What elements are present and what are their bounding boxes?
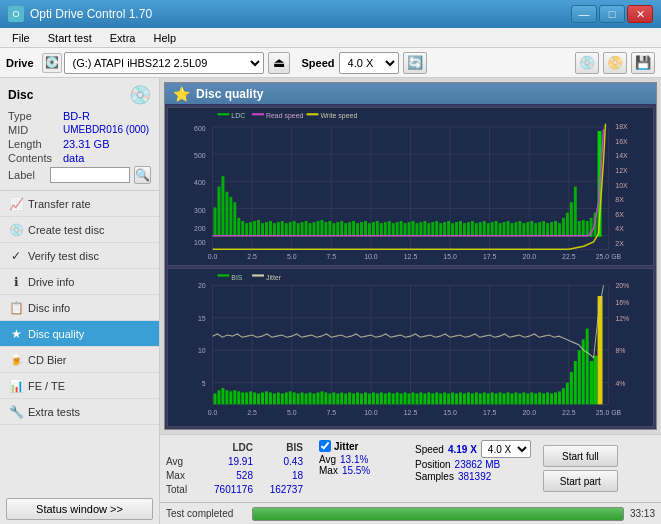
svg-rect-244	[447, 394, 450, 405]
content-panel: ⭐ Disc quality	[160, 78, 661, 524]
svg-rect-45	[217, 187, 220, 237]
sidebar-item-cd-bier[interactable]: 🍺 CD Bier	[0, 347, 159, 373]
svg-rect-272	[558, 391, 561, 404]
contents-value[interactable]: data	[63, 152, 84, 164]
svg-rect-234	[408, 394, 411, 405]
mid-label: MID	[8, 124, 63, 136]
disc-button-2[interactable]: 📀	[603, 52, 627, 74]
type-value: BD-R	[63, 110, 90, 122]
svg-rect-85	[376, 221, 379, 237]
svg-rect-136	[578, 221, 581, 237]
svg-rect-185	[214, 394, 217, 405]
svg-rect-76	[340, 221, 343, 237]
minimize-button[interactable]: —	[571, 5, 597, 23]
sidebar-item-verify-test-disc[interactable]: ✓ Verify test disc	[0, 243, 159, 269]
svg-rect-80	[356, 223, 359, 237]
svg-rect-89	[392, 223, 395, 237]
svg-rect-262	[518, 394, 521, 405]
sidebar-item-disc-info[interactable]: 📋 Disc info	[0, 295, 159, 321]
sidebar-item-label: CD Bier	[28, 354, 67, 366]
ldc-header: LDC	[201, 442, 261, 453]
svg-rect-277	[578, 350, 581, 404]
status-window-button[interactable]: Status window >>	[6, 498, 153, 520]
menu-extra[interactable]: Extra	[102, 31, 144, 45]
start-part-button[interactable]: Start part	[543, 470, 618, 492]
svg-rect-108	[467, 222, 470, 237]
svg-text:100: 100	[194, 239, 206, 247]
svg-rect-215	[332, 392, 335, 404]
start-full-button[interactable]: Start full	[543, 445, 618, 467]
disc-button-1[interactable]: 💿	[575, 52, 599, 74]
jitter-checkbox[interactable]	[319, 440, 331, 452]
eject-button[interactable]: ⏏	[268, 52, 290, 74]
speed-stat-label: Speed	[415, 444, 444, 455]
svg-rect-120	[514, 222, 517, 237]
menu-start-test[interactable]: Start test	[40, 31, 100, 45]
length-label: Length	[8, 138, 63, 150]
svg-rect-121	[518, 221, 521, 237]
svg-rect-279	[586, 329, 589, 405]
save-button[interactable]: 💾	[631, 52, 655, 74]
svg-rect-105	[455, 222, 458, 237]
speed-select[interactable]: 4.0 X	[339, 52, 399, 74]
svg-rect-210	[313, 394, 316, 405]
svg-rect-257	[499, 392, 502, 404]
avg-ldc: 19.91	[201, 456, 261, 467]
svg-rect-238	[423, 394, 426, 405]
svg-rect-55	[257, 220, 260, 237]
svg-rect-63	[289, 222, 292, 237]
sidebar-item-label: Verify test disc	[28, 250, 99, 262]
sidebar-item-transfer-rate[interactable]: 📈 Transfer rate	[0, 191, 159, 217]
app-title: Opti Drive Control 1.70	[30, 7, 152, 21]
svg-rect-258	[503, 394, 506, 405]
sidebar-item-extra-tests[interactable]: 🔧 Extra tests	[0, 399, 159, 425]
position-label: Position	[415, 459, 451, 470]
sidebar-item-drive-info[interactable]: ℹ Drive info	[0, 269, 159, 295]
svg-text:7.5: 7.5	[327, 253, 337, 261]
svg-text:12%: 12%	[615, 314, 629, 323]
svg-rect-71	[320, 220, 323, 237]
svg-rect-205	[293, 392, 296, 404]
jitter-avg-label: Avg	[319, 454, 336, 465]
svg-text:500: 500	[194, 152, 206, 160]
svg-rect-268	[542, 394, 545, 405]
svg-text:600: 600	[194, 125, 206, 133]
svg-text:4%: 4%	[615, 379, 626, 388]
sidebar-item-create-test-disc[interactable]: 💿 Create test disc	[0, 217, 159, 243]
time-text: 33:13	[630, 508, 655, 519]
svg-rect-265	[530, 392, 533, 404]
svg-rect-207	[301, 392, 304, 404]
title-bar: O Opti Drive Control 1.70 — □ ✕	[0, 0, 661, 28]
progress-area: Test completed 33:13	[160, 502, 661, 524]
progress-bar-fill	[253, 508, 623, 520]
svg-rect-119	[510, 223, 513, 237]
svg-text:300: 300	[194, 207, 206, 215]
svg-text:2.5: 2.5	[247, 253, 257, 261]
sidebar-item-fe-te[interactable]: 📊 FE / TE	[0, 373, 159, 399]
svg-rect-269	[546, 392, 549, 404]
label-button[interactable]: 🔍	[134, 166, 151, 184]
svg-rect-242	[439, 394, 442, 405]
svg-rect-285	[252, 274, 264, 276]
jitter-label: Jitter	[334, 441, 358, 452]
drive-select[interactable]: (G:) ATAPI iHBS212 2.5L09	[64, 52, 264, 74]
svg-rect-200	[273, 394, 276, 405]
contents-label: Contents	[8, 152, 63, 164]
svg-rect-48	[229, 197, 232, 237]
total-label: Total	[166, 484, 201, 495]
sidebar-item-label: Disc info	[28, 302, 70, 314]
svg-rect-259	[507, 392, 510, 404]
menu-help[interactable]: Help	[145, 31, 184, 45]
speed-inline-select[interactable]: 4.0 X	[481, 440, 531, 458]
main-content: Disc 💿 Type BD-R MID UMEBDR016 (000) Len…	[0, 78, 661, 524]
svg-rect-44	[214, 207, 217, 236]
close-button[interactable]: ✕	[627, 5, 653, 23]
refresh-button[interactable]: 🔄	[403, 52, 427, 74]
svg-rect-115	[495, 221, 498, 237]
label-input[interactable]	[50, 167, 130, 183]
sidebar-item-disc-quality[interactable]: ★ Disc quality	[0, 321, 159, 347]
maximize-button[interactable]: □	[599, 5, 625, 23]
svg-rect-248	[463, 394, 466, 405]
svg-rect-236	[415, 394, 418, 405]
menu-file[interactable]: File	[4, 31, 38, 45]
